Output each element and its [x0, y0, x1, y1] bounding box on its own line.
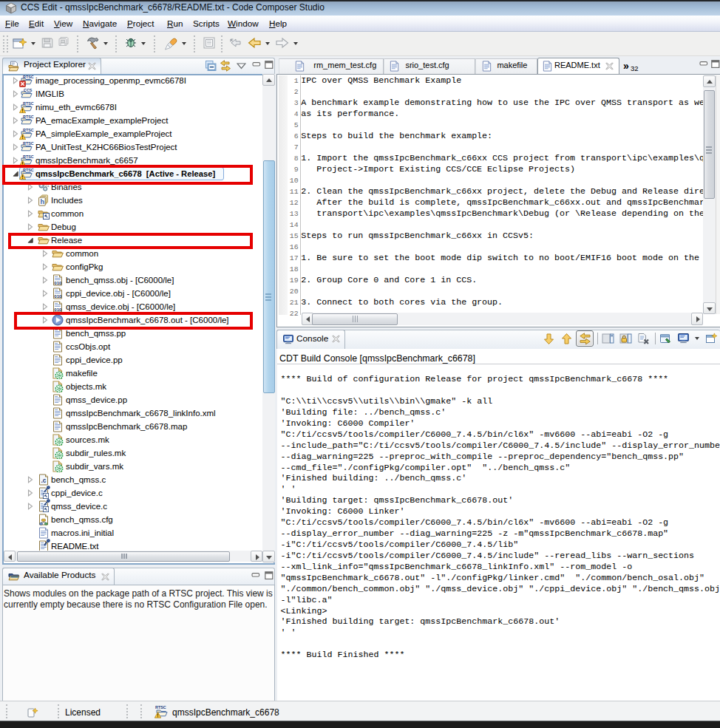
svg-text:macros.ini_initial: macros.ini_initial: [51, 528, 114, 537]
svg-text:qmssIpcBenchmark_c6678.map: qmssIpcBenchmark_c6678.map: [66, 422, 187, 431]
svg-text:configPkg: configPkg: [66, 262, 103, 271]
svg-text:bench_qmss.pp: bench_qmss.pp: [66, 329, 126, 338]
svg-text:PA_emacExample_exampleProject: PA_emacExample_exampleProject: [35, 116, 169, 125]
svg-text:bench_qmss.c: bench_qmss.c: [51, 475, 106, 484]
svg-text:bench_qmss.cfg: bench_qmss.cfg: [51, 515, 113, 524]
svg-text:qmss_device.c: qmss_device.c: [51, 502, 107, 511]
svg-text:qmss_device.pp: qmss_device.pp: [66, 395, 127, 404]
svg-text:subdir_rules.mk: subdir_rules.mk: [66, 449, 126, 457]
svg-text:sources.mk: sources.mk: [66, 435, 109, 444]
svg-text:RTSC: RTSC: [23, 128, 34, 132]
svg-text:nimu_eth_evmc6678I: nimu_eth_evmc6678I: [35, 103, 117, 112]
svg-text:RTSC: RTSC: [23, 154, 34, 159]
svg-text:ccsObjs.opt: ccsObjs.opt: [66, 342, 111, 351]
svg-text:Includes: Includes: [51, 196, 83, 205]
svg-text:objects.mk: objects.mk: [66, 382, 106, 391]
svg-text:RTSC: RTSC: [23, 101, 34, 106]
svg-text:RTSC: RTSC: [23, 141, 34, 146]
svg-text:PA_UnitTest_K2HC66BiosTestProj: PA_UnitTest_K2HC66BiosTestProject: [35, 143, 177, 152]
svg-text:README.txt: README.txt: [51, 542, 99, 551]
svg-text:bench_qmss.obj - [C6000/le]: bench_qmss.obj - [C6000/le]: [66, 276, 174, 285]
svg-text:image_processing_openmp_evmc66: image_processing_openmp_evmc6678I: [35, 76, 186, 85]
svg-text:qmss_device.obj - [C6000/le]: qmss_device.obj - [C6000/le]: [66, 302, 175, 311]
svg-text:makefile: makefile: [66, 369, 98, 378]
svg-text:cppi_device.pp: cppi_device.pp: [66, 356, 123, 364]
svg-text:common: common: [51, 209, 84, 218]
svg-text:IMGLIB: IMGLIB: [35, 89, 64, 98]
svg-text:subdir_vars.mk: subdir_vars.mk: [66, 462, 123, 471]
svg-text:RTSC: RTSC: [23, 115, 34, 119]
svg-text:common: common: [66, 249, 98, 258]
svg-text:Debug: Debug: [51, 222, 76, 231]
svg-text:RTSC: RTSC: [23, 75, 34, 79]
svg-text:CCS: CCS: [24, 88, 33, 92]
svg-text:cppi_device.obj - [C6000/le]: cppi_device.obj - [C6000/le]: [66, 289, 171, 298]
svg-text:PA_simpleExample_exampleProjec: PA_simpleExample_exampleProject: [35, 129, 172, 138]
svg-text:qmssIpcBenchmark_c6657: qmssIpcBenchmark_c6657: [35, 156, 138, 165]
svg-text:qmssIpcBenchmark_c6678_linkInf: qmssIpcBenchmark_c6678_linkInfo.xml: [66, 409, 216, 418]
svg-text:cppi_device.c: cppi_device.c: [51, 489, 103, 497]
